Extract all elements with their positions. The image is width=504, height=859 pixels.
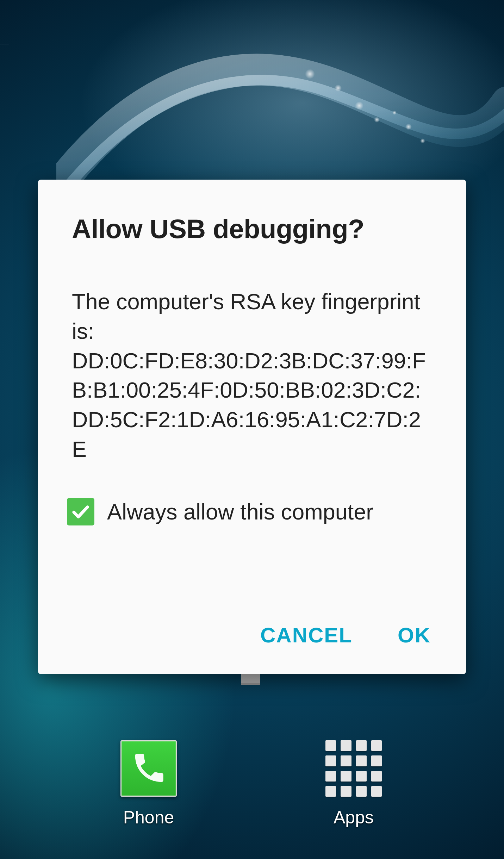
svg-point-1 <box>335 85 342 92</box>
dialog-message-intro: The computer's RSA key fingerprint is: <box>72 289 420 343</box>
check-icon <box>70 502 91 522</box>
always-allow-label: Always allow this computer <box>107 499 373 524</box>
ok-button[interactable]: OK <box>396 620 432 650</box>
always-allow-row[interactable]: Always allow this computer <box>67 498 432 525</box>
svg-point-3 <box>374 117 380 123</box>
dialog-title: Allow USB debugging? <box>72 213 432 244</box>
dialog-message: The computer's RSA key fingerprint is: D… <box>72 287 432 464</box>
svg-point-4 <box>392 111 397 115</box>
apps-icon <box>325 740 382 797</box>
svg-point-0 <box>305 69 315 79</box>
svg-point-5 <box>405 124 412 130</box>
dock-apps-label: Apps <box>334 807 374 828</box>
dialog-actions: CANCEL OK <box>72 617 432 650</box>
dock-phone-label: Phone <box>123 807 174 828</box>
dock-phone[interactable]: Phone <box>120 740 177 828</box>
usb-debugging-dialog: Allow USB debugging? The computer's RSA … <box>38 180 466 674</box>
rsa-fingerprint: DD:0C:FD:E8:30:D2:3B:DC:37:99:FB:B1:00:2… <box>72 348 426 461</box>
always-allow-checkbox[interactable] <box>67 498 94 525</box>
corner-artifact <box>0 0 9 44</box>
svg-point-2 <box>355 101 363 110</box>
dock-apps[interactable]: Apps <box>325 740 382 828</box>
cancel-button[interactable]: CANCEL <box>259 620 354 650</box>
svg-point-6 <box>420 138 425 143</box>
phone-icon <box>120 740 177 797</box>
